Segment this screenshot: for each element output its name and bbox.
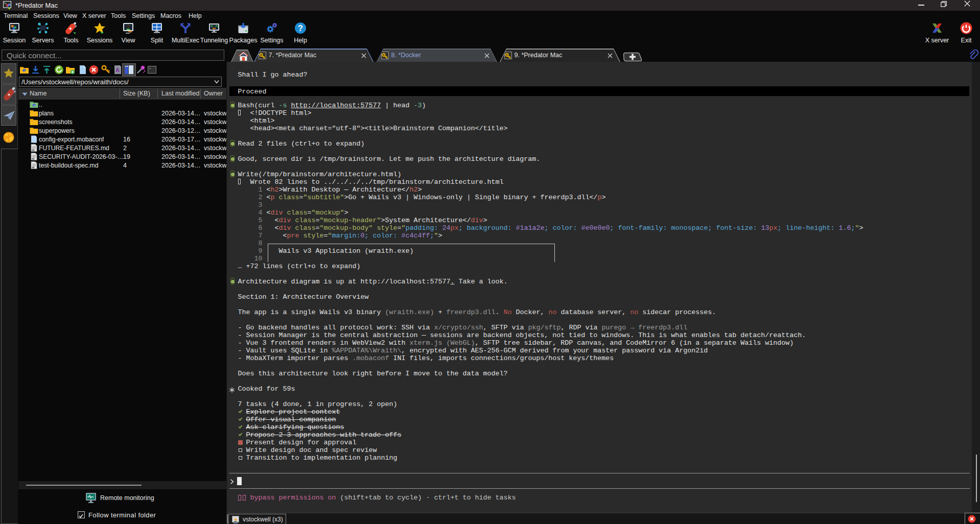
svg-text:>: > xyxy=(149,67,151,70)
svg-text:A: A xyxy=(115,67,120,73)
svg-text:?: ? xyxy=(298,24,303,33)
